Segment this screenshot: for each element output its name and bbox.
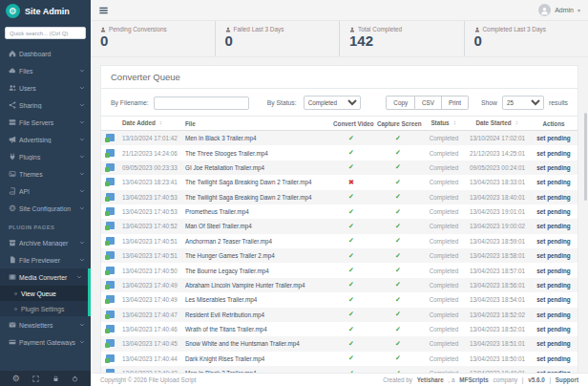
print-button[interactable]: Print [442, 96, 469, 110]
date-started-cell: 13/04/2023 18:59:01 [465, 234, 530, 248]
file-icon-cell [101, 234, 118, 248]
copy-button[interactable]: Copy [386, 96, 415, 110]
sidebar-item-site-configuration[interactable]: ⚙Site Configuration [0, 200, 91, 217]
sidebar-item-label: Advertising [19, 137, 77, 143]
chevron-down-icon [77, 171, 85, 177]
scrollbar[interactable] [584, 113, 587, 201]
date-added-cell: 13/04/2023 17:40:51 [118, 248, 181, 263]
video-file-icon [106, 267, 115, 274]
expand-icon[interactable] [32, 375, 39, 382]
capture-screen-cell: ✓ [373, 175, 423, 189]
check-icon: ✓ [348, 223, 354, 229]
brand-name[interactable]: Yetishare [417, 376, 444, 383]
check-icon: ✓ [348, 296, 354, 303]
share-icon [9, 101, 19, 109]
check-icon: ✓ [395, 340, 401, 347]
sidebar-search-input[interactable] [5, 27, 86, 39]
col-date-added[interactable]: Date Added [118, 117, 181, 131]
video-file-icon [106, 311, 115, 318]
page-size-select[interactable]: 25 [502, 96, 544, 110]
sidebar-item-api[interactable]: API [0, 182, 91, 200]
csv-button[interactable]: CSV [415, 96, 442, 110]
convert-video-cell: ✓ [329, 278, 373, 292]
status-filter-select[interactable]: Completed [304, 96, 361, 110]
lock-icon[interactable] [52, 375, 59, 382]
file-icon-cell [101, 161, 118, 175]
sidebar-item-archive-manager[interactable]: Archive Manager [0, 234, 91, 251]
chevron-down-icon [77, 137, 85, 142]
set-pending-link[interactable]: set pending [536, 340, 570, 347]
set-pending-link[interactable]: set pending [536, 223, 570, 229]
set-pending-link[interactable]: set pending [536, 238, 570, 245]
status-cell: Completed [423, 145, 465, 160]
col-status[interactable]: Status [423, 117, 465, 131]
date-added-cell: 13/04/2023 17:40:47 [118, 308, 181, 322]
table-header-row: Date AddedFileConvert VideoCapture Scree… [101, 117, 578, 131]
sidebar-item-label: API [19, 188, 77, 195]
sidebar-item-file-servers[interactable]: File Servers [0, 114, 91, 131]
app-logo: ⚙ Site Admin [0, 0, 91, 22]
plug-icon [9, 153, 19, 161]
sidebar-item-media-converter[interactable]: Media Converter [0, 268, 88, 286]
sidebar-item-newsletters[interactable]: Newsletters [0, 316, 91, 333]
set-pending-link[interactable]: set pending [536, 135, 570, 141]
stat-card-pending-conversions: Pending Conversions0 [91, 21, 215, 56]
support-link[interactable]: Support [556, 376, 578, 383]
results-label: results [549, 99, 568, 106]
company-name[interactable]: MFScripts [459, 376, 488, 383]
check-icon: ✓ [395, 163, 401, 170]
sidebar-item-themes[interactable]: Themes [0, 165, 91, 182]
check-icon: ✓ [395, 354, 401, 361]
capture-screen-cell: ✓ [373, 248, 423, 263]
set-pending-link[interactable]: set pending [536, 252, 570, 259]
date-added-cell: 13/04/2023 17:40:44 [118, 352, 181, 366]
sidebar-item-files[interactable]: Files [0, 62, 91, 79]
sort-icon[interactable] [452, 119, 457, 127]
set-pending-link[interactable]: set pending [536, 355, 570, 362]
credits-middle: , a [449, 376, 455, 383]
table-row: 13/04/2023 17:40:49Abraham Lincoln Vampi… [101, 278, 578, 292]
file-name-cell: GI Joe Retaliation Trailer.mp4 [181, 161, 329, 175]
sort-icon[interactable] [514, 119, 519, 127]
chevron-down-icon [77, 154, 85, 160]
set-pending-link[interactable]: set pending [536, 179, 570, 185]
check-icon: ✓ [348, 237, 354, 244]
filename-filter-input[interactable] [154, 96, 249, 110]
api-icon [9, 187, 19, 195]
converter-queue-panel: Converter Queue By Filename: By Status: … [100, 65, 578, 373]
sidebar-item-label: Sharing [19, 102, 77, 109]
sidebar-item-advertising[interactable]: Advertising [0, 131, 91, 148]
image-icon [9, 170, 19, 178]
set-pending-link[interactable]: set pending [536, 296, 570, 303]
date-started-cell: 13/04/2023 18:49:01 [465, 366, 530, 373]
set-pending-link[interactable]: set pending [536, 164, 570, 171]
sidebar-item-sharing[interactable]: Sharing [0, 96, 91, 114]
admin-menu[interactable]: Admin ▾ [538, 4, 580, 16]
sidebar-item-label: Site Configuration [19, 205, 77, 212]
set-pending-link[interactable]: set pending [536, 326, 570, 332]
convert-video-cell: ✓ [329, 308, 373, 322]
sidebar-item-plugins[interactable]: Plugins [0, 148, 91, 165]
set-pending-link[interactable]: set pending [536, 311, 570, 318]
sidebar-item-payment-gateways[interactable]: Payment Gateways [0, 333, 91, 351]
check-icon: ✓ [395, 223, 401, 229]
sidebar-subitem-view-queue[interactable]: View Queue [0, 286, 88, 301]
sidebar-subitem-plugin-settings[interactable]: Plugin Settings [0, 301, 88, 316]
sort-icon[interactable] [158, 119, 163, 127]
gear-icon[interactable]: ⚙ [12, 375, 20, 382]
set-pending-link[interactable]: set pending [536, 282, 570, 289]
set-pending-link[interactable]: set pending [536, 150, 570, 157]
sidebar-item-dashboard[interactable]: Dashboard [0, 45, 91, 62]
set-pending-link[interactable]: set pending [536, 268, 570, 274]
sidebar-item-users[interactable]: Users [0, 79, 91, 96]
col-date-started[interactable]: Date Started [465, 117, 530, 131]
date-started-cell: 13/04/2023 19:01:01 [465, 204, 530, 219]
power-icon[interactable] [72, 375, 78, 382]
sidebar-item-label: Users [19, 85, 77, 92]
menu-toggle-icon[interactable] [98, 6, 109, 15]
avatar [538, 4, 551, 16]
set-pending-link[interactable]: set pending [536, 208, 570, 215]
sidebar-item-file-previewer[interactable]: File Previewer [0, 251, 91, 268]
set-pending-link[interactable]: set pending [536, 194, 570, 201]
stat-label: Completed Last 3 Days [483, 26, 546, 32]
